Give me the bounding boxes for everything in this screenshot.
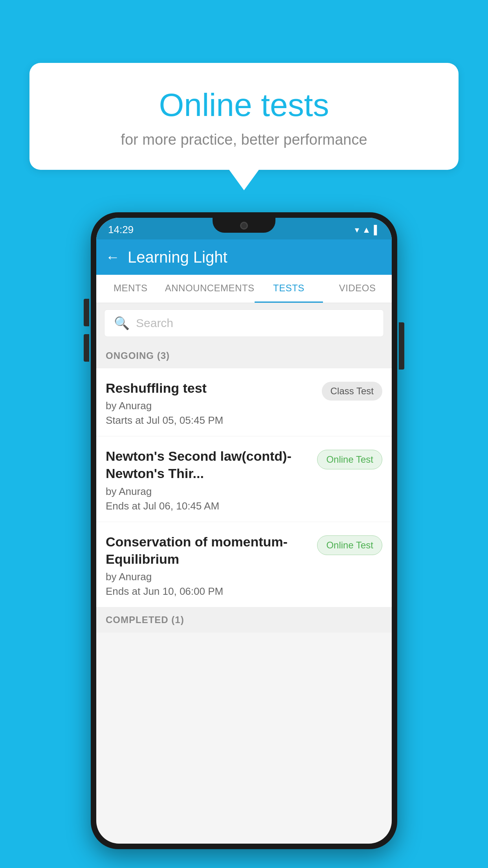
status-time: 14:29 <box>108 224 134 236</box>
side-button-vol-down <box>84 334 89 362</box>
ongoing-section-header: ONGOING (3) <box>96 343 392 368</box>
test-date-reshuffling: Starts at Jul 05, 05:45 PM <box>106 414 316 427</box>
phone-camera <box>240 222 248 230</box>
test-name-conservation: Conservation of momentum-Equilibrium <box>106 533 311 568</box>
tab-announcements[interactable]: ANNOUNCEMENTS <box>165 275 255 303</box>
test-author-reshuffling: by Anurag <box>106 400 316 412</box>
phone-frame: 14:29 ▾ ▲ ▌ ← Learning Light MENTS ANNOU… <box>91 212 397 849</box>
test-info-newtons: Newton's Second law(contd)-Newton's Thir… <box>106 447 311 512</box>
tab-ments[interactable]: MENTS <box>96 275 165 303</box>
badge-online-test-2: Online Test <box>317 535 382 555</box>
bubble-title: Online tests <box>61 86 427 123</box>
test-name-reshuffling: Reshuffling test <box>106 379 316 397</box>
search-bar[interactable]: 🔍 Search <box>104 309 384 337</box>
test-item-conservation[interactable]: Conservation of momentum-Equilibrium by … <box>96 522 392 607</box>
app-title: Learning Light <box>128 248 227 266</box>
test-info-conservation: Conservation of momentum-Equilibrium by … <box>106 533 311 598</box>
wifi-icon: ▾ <box>355 225 359 235</box>
speech-bubble: Online tests for more practice, better p… <box>29 63 459 170</box>
speech-bubble-container: Online tests for more practice, better p… <box>29 63 459 170</box>
test-date-conservation: Ends at Jun 10, 06:00 PM <box>106 585 311 598</box>
search-placeholder: Search <box>136 316 173 330</box>
test-author-conservation: by Anurag <box>106 571 311 583</box>
search-container: 🔍 Search <box>96 303 392 343</box>
signal-icon: ▲ <box>362 225 371 235</box>
completed-section-header: COMPLETED (1) <box>96 607 392 633</box>
side-button-power <box>399 322 404 370</box>
test-author-newtons: by Anurag <box>106 485 311 498</box>
side-button-vol-up <box>84 299 89 326</box>
tabs-bar: MENTS ANNOUNCEMENTS TESTS VIDEOS <box>96 275 392 303</box>
status-icons: ▾ ▲ ▌ <box>355 225 380 235</box>
badge-class-test: Class Test <box>322 382 382 401</box>
phone-screen: 14:29 ▾ ▲ ▌ ← Learning Light MENTS ANNOU… <box>96 218 392 844</box>
battery-icon: ▌ <box>374 225 380 235</box>
app-header: ← Learning Light <box>96 239 392 275</box>
tab-videos[interactable]: VIDEOS <box>323 275 392 303</box>
back-button[interactable]: ← <box>106 249 120 265</box>
test-info-reshuffling: Reshuffling test by Anurag Starts at Jul… <box>106 379 316 427</box>
bubble-subtitle: for more practice, better performance <box>61 131 427 148</box>
badge-online-test-1: Online Test <box>317 450 382 469</box>
tab-tests[interactable]: TESTS <box>255 275 323 303</box>
test-item-newtons[interactable]: Newton's Second law(contd)-Newton's Thir… <box>96 436 392 522</box>
test-name-newtons: Newton's Second law(contd)-Newton's Thir… <box>106 447 311 482</box>
search-icon: 🔍 <box>114 316 130 331</box>
phone-notch <box>213 218 275 233</box>
test-date-newtons: Ends at Jul 06, 10:45 AM <box>106 500 311 512</box>
test-item-reshuffling[interactable]: Reshuffling test by Anurag Starts at Jul… <box>96 368 392 436</box>
test-list: Reshuffling test by Anurag Starts at Jul… <box>96 368 392 607</box>
